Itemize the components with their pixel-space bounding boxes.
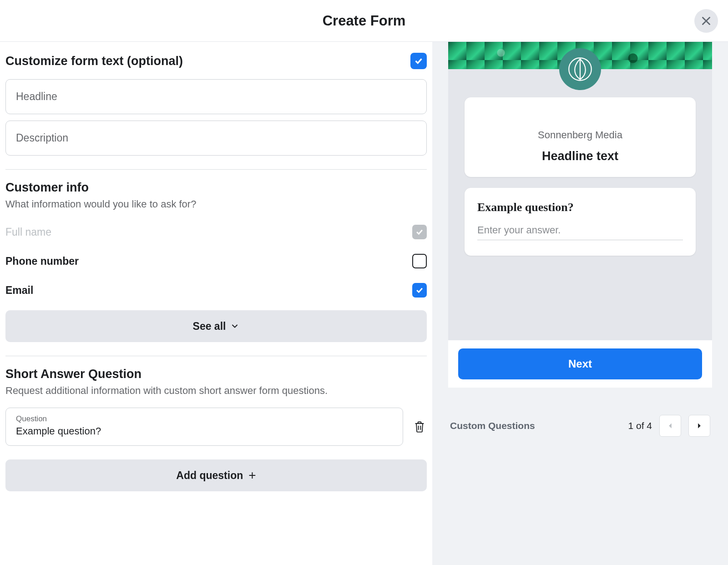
add-question-label: Add question (176, 469, 243, 482)
preview-next-label: Next (568, 358, 592, 370)
field-email-label: Email (5, 284, 33, 297)
description-input[interactable]: Description (5, 121, 427, 156)
customer-info-title: Customer info (5, 181, 427, 195)
add-question-button[interactable]: Add question + (5, 459, 427, 491)
question-input-value: Example question? (16, 425, 393, 437)
pager-prev-button[interactable] (659, 415, 681, 437)
field-full-name-checkbox (412, 225, 427, 239)
pager-label: Custom Questions (450, 420, 535, 431)
phone-preview: Sonnenberg Media Headline text Example q… (448, 42, 712, 388)
divider (5, 169, 427, 170)
pager: Custom Questions 1 of 4 (448, 415, 712, 437)
question-input[interactable]: Question Example question? (5, 408, 403, 446)
see-all-button[interactable]: See all (5, 310, 427, 342)
pager-count: 1 of 4 (628, 420, 652, 431)
preview-answer-input[interactable]: Enter your answer. (477, 224, 683, 240)
modal-header: Create Form (0, 0, 728, 42)
field-email-checkbox[interactable] (412, 283, 427, 298)
modal-title: Create Form (323, 13, 406, 29)
preview-pane: Sonnenberg Media Headline text Example q… (432, 42, 728, 565)
customize-toggle[interactable] (410, 53, 427, 69)
preview-question-card: Example question? Enter your answer. (465, 188, 696, 256)
caret-right-icon (696, 423, 703, 429)
pager-next-button[interactable] (688, 415, 710, 437)
check-icon (415, 286, 424, 295)
preview-next-button[interactable]: Next (458, 348, 702, 379)
caret-left-icon (667, 423, 673, 429)
close-button[interactable] (694, 9, 718, 33)
trash-icon (413, 420, 426, 433)
preview-question-text: Example question? (477, 201, 683, 214)
field-phone-checkbox[interactable] (412, 254, 427, 268)
preview-brand: Sonnenberg Media (474, 129, 687, 141)
form-editor-pane: Customize form text (optional) Headline … (0, 42, 432, 565)
customize-title: Customize form text (optional) (5, 54, 183, 68)
field-phone-label: Phone number (5, 255, 79, 267)
preview-headline: Headline text (474, 149, 687, 163)
preview-footer: Next (448, 340, 712, 388)
divider (5, 356, 427, 356)
leaf-icon (568, 57, 592, 81)
short-answer-title: Short Answer Question (5, 367, 427, 381)
close-icon (700, 15, 712, 27)
delete-question-button[interactable] (412, 419, 427, 434)
headline-input[interactable]: Headline (5, 79, 427, 114)
preview-headline-card: Sonnenberg Media Headline text (465, 97, 696, 177)
chevron-down-icon (230, 322, 239, 331)
check-icon (414, 56, 424, 66)
check-icon (415, 227, 424, 237)
short-answer-subtitle: Request additional information with cust… (5, 385, 427, 397)
customer-info-subtitle: What information would you like to ask f… (5, 198, 427, 210)
avatar (559, 48, 601, 90)
plus-icon: + (248, 468, 256, 483)
see-all-label: See all (193, 320, 226, 333)
question-input-label: Question (16, 414, 393, 424)
field-full-name-label: Full name (5, 226, 51, 238)
